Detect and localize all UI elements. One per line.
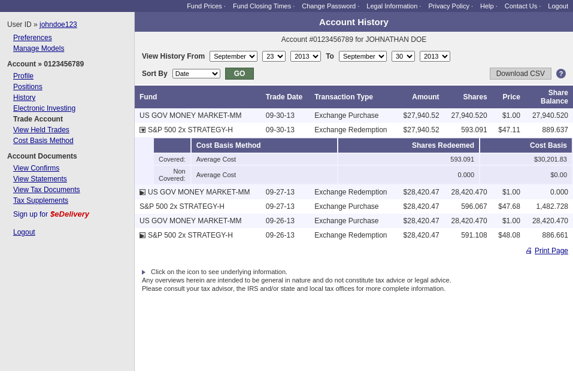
table-row: ▼S&P 500 2x STRATEGY-H 09-30-13 Exchange… <box>135 123 573 137</box>
sidebar-item-cost-basis-method[interactable]: Cost Basis Method <box>0 135 134 146</box>
col-share-balance: ShareBalance <box>525 86 573 108</box>
share-balance: 0.000 <box>525 185 573 199</box>
cost-basis-expansion-row: Cost Basis Method Shares Redeemed Cost B… <box>135 137 573 185</box>
expand-icon[interactable]: ▶ <box>140 232 145 238</box>
share-balance: 1,482.728 <box>525 199 573 214</box>
sidebar-item-positions[interactable]: Positions <box>0 81 134 92</box>
page-title: Account History <box>135 12 573 32</box>
nav-contact-us[interactable]: Contact Us <box>505 2 537 10</box>
col-shares: Shares <box>444 86 492 108</box>
transaction-type: Exchange Purchase <box>310 108 396 123</box>
help-icon[interactable]: ? <box>556 69 566 78</box>
sidebar-item-edelivery[interactable]: Sign up for $eDelivery <box>0 206 134 222</box>
sidebar-item-view-held-trades[interactable]: View Held Trades <box>0 124 134 135</box>
sidebar-item-view-confirms[interactable]: View Confirms <box>0 163 134 174</box>
sidebar-item-tax-supplements[interactable]: Tax Supplements <box>0 195 134 206</box>
nav-fund-prices[interactable]: Fund Prices <box>187 2 222 10</box>
account-subheader: Account #0123456789 for JOHNATHAN DOE <box>135 32 573 47</box>
cb-type-noncovered: Non Covered: <box>154 166 190 184</box>
cb-col-blank <box>154 138 190 153</box>
shares: 591.108 <box>444 228 492 242</box>
transaction-type: Exchange Redemption <box>310 123 396 137</box>
price: $48.08 <box>492 228 525 242</box>
shares: 28,420.470 <box>444 185 492 199</box>
to-year-select[interactable]: 2013 <box>420 51 450 62</box>
from-year-select[interactable]: 2013 <box>290 51 321 62</box>
sidebar-item-trade-account: Trade Account <box>0 114 134 124</box>
user-id-arrow: » <box>34 20 40 29</box>
sidebar-item-view-statements[interactable]: View Statements <box>0 174 134 184</box>
table-row: S&P 500 2x STRATEGY-H 09-27-13 Exchange … <box>135 199 573 214</box>
trade-date: 09-27-13 <box>261 199 310 214</box>
col-fund: Fund <box>135 86 261 108</box>
amount: $28,420.47 <box>396 185 444 199</box>
sidebar-item-manage-models[interactable]: Manage Models <box>0 43 134 54</box>
footnote-3: Please consult your tax advisor, the IRS… <box>142 285 566 292</box>
price: $1.00 <box>492 214 525 228</box>
download-csv-button[interactable]: Download CSV <box>490 68 551 80</box>
nav-help[interactable]: Help <box>480 2 494 10</box>
cb-col-shares-redeemed: Shares Redeemed <box>338 138 479 153</box>
cb-method-noncovered: Average Cost <box>192 166 337 184</box>
sort-by-select[interactable]: Date Fund <box>172 69 220 78</box>
cb-cost-noncovered: $0.00 <box>480 166 572 184</box>
view-history-from-label: View History From <box>142 52 205 60</box>
nav-legal-information[interactable]: Legal Information <box>366 2 417 10</box>
sidebar-item-history[interactable]: History <box>0 92 134 103</box>
edelivery-logo: $eDelivery <box>50 209 89 218</box>
price: $47.68 <box>492 199 525 214</box>
from-month-select[interactable]: September <box>210 51 257 62</box>
footnote-bullet-icon <box>142 270 147 275</box>
table-row: US GOV MONEY MARKET-MM 09-26-13 Exchange… <box>135 214 573 228</box>
from-day-select[interactable]: 23 <box>262 51 286 62</box>
transaction-type: Exchange Purchase <box>310 214 396 228</box>
fund-name: ▼S&P 500 2x STRATEGY-H <box>135 123 261 137</box>
nav-privacy-policy[interactable]: Privacy Policy <box>428 2 469 10</box>
trade-date: 09-26-13 <box>261 228 310 242</box>
trade-date: 09-30-13 <box>261 123 310 137</box>
table-row: US GOV MONEY MARKET-MM 09-30-13 Exchange… <box>135 108 573 123</box>
sidebar-item-preferences[interactable]: Preferences <box>0 32 134 43</box>
sidebar-logout[interactable]: Logout <box>0 227 134 238</box>
price: $1.00 <box>492 185 525 199</box>
shares: 593.091 <box>444 123 492 137</box>
username: johndoe123 <box>40 20 77 29</box>
fund-name: US GOV MONEY MARKET-MM <box>135 214 261 228</box>
sidebar-item-view-tax-documents[interactable]: View Tax Documents <box>0 184 134 195</box>
cb-shares-covered: 593.091 <box>338 154 479 165</box>
fund-name: ▶US GOV MONEY MARKET-MM <box>135 185 261 199</box>
user-id-label: User ID <box>7 20 32 29</box>
cb-method-covered: Average Cost <box>192 154 337 165</box>
to-month-select[interactable]: September <box>339 51 387 62</box>
footnote-2: Any overviews herein are intended to be … <box>142 276 566 284</box>
print-page-link[interactable]: Print Page <box>535 247 568 255</box>
share-balance: 886.661 <box>525 228 573 242</box>
expand-icon[interactable]: ▶ <box>140 189 145 195</box>
shares: 28,420.470 <box>444 214 492 228</box>
to-day-select[interactable]: 30 <box>392 51 415 62</box>
nav-fund-closing-times[interactable]: Fund Closing Times <box>233 2 291 10</box>
nav-change-password[interactable]: Change Password <box>302 2 356 10</box>
trade-date: 09-27-13 <box>261 185 310 199</box>
cb-type-covered: Covered: <box>154 154 190 165</box>
amount: $27,940.52 <box>396 108 444 123</box>
user-id-section: User ID » johndoe123 <box>0 17 134 32</box>
trade-date: 09-26-13 <box>261 214 310 228</box>
footnote-1: Click on the icon to see underlying info… <box>142 268 566 275</box>
col-trade-date: Trade Date <box>261 86 310 108</box>
fund-name: ▶S&P 500 2x STRATEGY-H <box>135 228 261 242</box>
sidebar-item-electronic-investing[interactable]: Electronic Investing <box>0 103 134 114</box>
col-amount: Amount <box>396 86 444 108</box>
cb-shares-noncovered: 0.000 <box>338 166 479 184</box>
amount: $28,420.47 <box>396 228 444 242</box>
share-balance: 28,420.470 <box>525 214 573 228</box>
share-balance: 889.637 <box>525 123 573 137</box>
price: $1.00 <box>492 108 525 123</box>
sidebar-item-profile[interactable]: Profile <box>0 71 134 81</box>
transaction-type: Exchange Redemption <box>310 228 396 242</box>
expand-icon[interactable]: ▼ <box>140 127 145 133</box>
sidebar: User ID » johndoe123 Preferences Manage … <box>0 12 135 371</box>
go-button[interactable]: GO <box>225 68 254 80</box>
controls-row1: View History From September 23 2013 To S… <box>135 47 573 65</box>
nav-logout[interactable]: Logout <box>548 2 568 10</box>
